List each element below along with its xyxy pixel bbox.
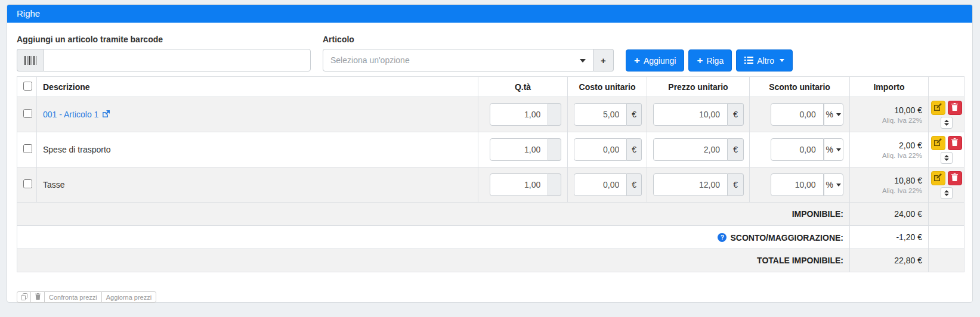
riga-button[interactable]: + Riga (688, 49, 732, 72)
aggiungi-button[interactable]: + Aggiungi (626, 49, 684, 72)
plus-icon: + (697, 55, 703, 66)
totale-label: TOTALE IMPONIBILE: (17, 249, 850, 272)
discount-input[interactable] (771, 103, 824, 126)
articolo-select[interactable]: Seleziona un'opzione (323, 49, 593, 72)
delete-rows-button[interactable] (30, 291, 45, 303)
qty-input[interactable] (490, 103, 548, 126)
altro-dropdown-button[interactable]: Altro (736, 49, 793, 72)
row-vat: Aliq. Iva 22% (856, 187, 922, 194)
external-link-icon (102, 110, 110, 120)
price-input[interactable] (653, 173, 728, 196)
qty-input[interactable] (490, 138, 548, 161)
discount-unit-dropdown[interactable]: % (824, 138, 843, 161)
caret-down-icon (780, 59, 784, 62)
row-vat: Aliq. Iva 22% (856, 117, 922, 124)
discount-input[interactable] (771, 173, 824, 196)
drag-sort-handle[interactable] (941, 152, 953, 164)
euro-addon: € (627, 103, 642, 126)
copy-icon (21, 293, 27, 302)
barcode-label: Aggiungi un articolo tramite barcode (17, 35, 311, 44)
delete-row-button[interactable] (948, 171, 962, 185)
chevron-down-icon (580, 59, 586, 63)
sort-down-icon (944, 194, 949, 196)
row-checkbox[interactable] (23, 179, 32, 188)
trash-icon (951, 138, 958, 148)
euro-addon: € (728, 138, 744, 161)
sort-up-icon (944, 155, 949, 157)
header-qta: Q.tà (478, 77, 568, 97)
price-input[interactable] (653, 138, 728, 161)
cost-input[interactable] (574, 173, 627, 196)
trash-icon (951, 103, 958, 113)
discount-input[interactable] (771, 138, 824, 161)
qty-input[interactable] (490, 173, 548, 196)
euro-addon: € (627, 173, 642, 196)
totale-value: 22,80 € (850, 249, 929, 272)
discount-unit-dropdown[interactable]: % (824, 173, 843, 196)
sconto-value: -1,20 € (850, 226, 929, 249)
drag-sort-handle[interactable] (941, 187, 953, 199)
righe-panel: Righe Aggiungi un articolo tramite barco… (7, 4, 973, 303)
euro-addon: € (627, 138, 642, 161)
articolo-label: Articolo (323, 35, 614, 44)
duplicate-rows-button[interactable] (17, 291, 31, 303)
row-amount: 10,80 € (856, 176, 922, 185)
delete-row-button[interactable] (948, 101, 962, 115)
discount-unit-dropdown[interactable]: % (824, 103, 843, 126)
barcode-icon (17, 49, 44, 72)
sconto-label: SCONTO/MAGGIORAZIONE: (730, 233, 843, 243)
row-description: Tasse (43, 180, 65, 189)
barcode-input[interactable] (44, 49, 311, 72)
trash-icon (35, 293, 41, 301)
confronta-prezzi-button[interactable]: Confronta prezzi (44, 291, 102, 303)
row-amount: 2,00 € (856, 141, 922, 150)
pencil-square-icon (934, 103, 942, 113)
euro-addon: € (728, 103, 744, 126)
header-importo: Importo (850, 77, 929, 97)
select-all-checkbox[interactable] (23, 82, 32, 91)
header-descrizione: Descrizione (37, 77, 478, 97)
aggiorna-prezzi-button[interactable]: Aggiorna prezzi (101, 291, 156, 303)
row-checkbox[interactable] (23, 109, 32, 118)
euro-addon: € (728, 173, 744, 196)
articolo-select-placeholder: Seleziona un'opzione (330, 55, 410, 65)
table-row: Spese di trasporto € € (17, 132, 964, 167)
article-link[interactable]: 001 - Articolo 1 (43, 110, 110, 120)
cost-input[interactable] (574, 138, 627, 161)
edit-row-button[interactable] (931, 171, 945, 185)
sort-up-icon (944, 190, 949, 192)
table-row: Tasse € € (17, 167, 964, 203)
new-article-button[interactable]: + (593, 49, 614, 72)
table-row: 001 - Articolo 1 (17, 97, 964, 132)
row-checkbox[interactable] (23, 144, 32, 153)
bulk-actions-toolbar: Confronta prezzi Aggiorna prezzi (17, 291, 963, 303)
pencil-square-icon (934, 138, 942, 148)
articolo-field: Articolo Seleziona un'opzione + (323, 35, 614, 72)
qty-addon (548, 103, 561, 126)
header-prezzo-unitario: Prezzo unitario (647, 77, 750, 97)
barcode-field: Aggiungi un articolo tramite barcode (17, 35, 311, 72)
list-icon (744, 56, 753, 66)
edit-row-button[interactable] (931, 101, 945, 115)
plus-icon: + (634, 55, 640, 66)
sort-down-icon (944, 158, 949, 161)
delete-row-button[interactable] (948, 136, 962, 150)
header-sconto-unitario: Sconto unitario (750, 77, 850, 97)
help-icon[interactable]: ? (718, 233, 727, 242)
drag-sort-handle[interactable] (941, 117, 953, 129)
panel-title: Righe (7, 5, 972, 23)
header-costo-unitario: Costo unitario (568, 77, 647, 97)
row-description: Spese di trasporto (43, 145, 111, 154)
cost-input[interactable] (574, 103, 627, 126)
imponibile-label: IMPONIBILE: (17, 203, 850, 226)
righe-table: Descrizione Q.tà Costo unitario Prezzo u… (17, 76, 964, 272)
price-input[interactable] (653, 103, 728, 126)
pencil-square-icon (934, 173, 942, 183)
edit-row-button[interactable] (931, 136, 945, 150)
caret-down-icon (836, 148, 841, 151)
caret-down-icon (836, 184, 841, 187)
header-actions (929, 77, 964, 97)
row-vat: Aliq. Iva 22% (856, 152, 922, 159)
qty-addon (548, 138, 561, 161)
row-amount: 10,00 € (856, 105, 922, 115)
